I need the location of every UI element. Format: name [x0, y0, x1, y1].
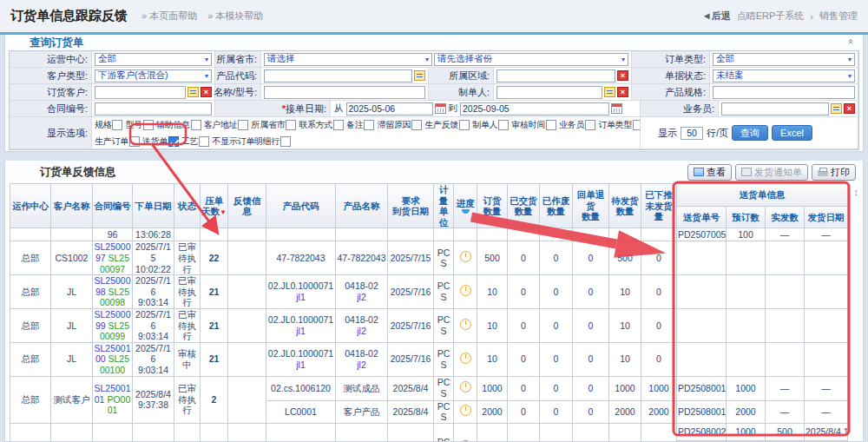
cell-contract: SL2500098 SL2500098: [93, 275, 133, 309]
display-option: 制单人: [472, 119, 509, 131]
progress-pending-icon: [460, 251, 471, 262]
calendar-icon[interactable]: [611, 103, 622, 114]
date-to-input[interactable]: 2025-09-05: [460, 102, 609, 115]
contract-no-input[interactable]: [95, 102, 212, 115]
checkbox[interactable]: [633, 120, 641, 130]
lookup-icon[interactable]: [604, 87, 615, 97]
product-spec-input[interactable]: [713, 86, 855, 99]
customer-type-select[interactable]: 下游客户(含混合)▾: [95, 69, 212, 82]
page-size-input[interactable]: 50: [681, 127, 703, 140]
maker-input[interactable]: [496, 86, 602, 99]
cell-req_date: [388, 228, 434, 241]
cell-center: 总部: [10, 275, 51, 309]
display-option: 订单类型: [598, 119, 641, 131]
checkbox[interactable]: [286, 120, 296, 130]
lookup-icon[interactable]: [187, 87, 199, 97]
checkbox[interactable]: [585, 120, 595, 130]
checkbox[interactable]: [238, 120, 248, 130]
cell-product_code: 02.JL0.1000071 jl1: [266, 308, 336, 342]
lookup-icon[interactable]: [831, 103, 842, 114]
打印-button[interactable]: 打印: [812, 164, 856, 181]
collapse-panel-icon[interactable]: »: [845, 39, 855, 44]
column-header-pushed_qty: 已下推未发货量: [641, 184, 677, 228]
column-header-press_days[interactable]: 压单天数▼: [201, 184, 228, 228]
column-header-feedback: 反馈信息: [228, 184, 266, 228]
toolbar-button-label: 打印: [831, 166, 850, 179]
checkbox[interactable]: [143, 120, 154, 130]
module-help-link[interactable]: » 本模块帮助: [207, 10, 263, 23]
checkbox[interactable]: [411, 120, 422, 130]
checkbox[interactable]: [280, 136, 291, 147]
发货通知单-button[interactable]: 发货通知单: [735, 164, 808, 181]
clear-icon[interactable]: ×: [201, 87, 212, 97]
resize-handle-icon[interactable]: ↕: [854, 187, 859, 197]
clear-icon[interactable]: ×: [844, 103, 855, 114]
cell-center: 总部: [10, 423, 51, 442]
cell-center: 总部: [10, 241, 51, 275]
checkbox[interactable]: [546, 120, 556, 130]
display-option: 生产订单: [95, 135, 140, 148]
progress-pending-icon: [460, 353, 471, 364]
cell-delivery_actual_qty: —: [766, 400, 805, 423]
back-link[interactable]: ◄后退: [702, 10, 731, 23]
cell-status: 部分送货: [174, 423, 201, 442]
checkbox[interactable]: [459, 120, 470, 130]
city-select[interactable]: 请先选择省份▾: [434, 53, 628, 66]
salesman-label: 业务员:: [641, 101, 719, 117]
checkbox[interactable]: [199, 136, 209, 147]
excel-button[interactable]: Excel: [772, 125, 812, 141]
checkbox[interactable]: [112, 120, 122, 130]
cell-feedback: [228, 228, 266, 241]
product-code-input[interactable]: [264, 69, 412, 82]
cell-void_qty: 0: [540, 308, 573, 342]
clear-icon[interactable]: ×: [617, 70, 628, 81]
cell-press_days: [201, 228, 228, 241]
date-from-input[interactable]: 2025-05-06: [346, 102, 433, 115]
cell-pushed_qty: 0: [641, 308, 677, 342]
cell-delivered_qty: 0: [508, 376, 540, 400]
cell-delivery_date: [805, 275, 848, 309]
checkbox[interactable]: [498, 120, 509, 130]
cell-void_qty: 0: [540, 376, 573, 400]
cell-pending_qty: 1000: [609, 376, 641, 400]
lookup-icon[interactable]: [414, 70, 425, 81]
checkbox[interactable]: [191, 120, 201, 130]
checkbox[interactable]: [333, 120, 344, 130]
region-input[interactable]: [496, 69, 615, 82]
salesman-input[interactable]: [721, 102, 829, 115]
cell-void_qty: 0: [540, 423, 573, 442]
cell-delivery_plan_qty: 100: [727, 228, 766, 241]
order-customer-input[interactable]: [95, 86, 186, 99]
doc-status-select[interactable]: 未结案▾: [713, 69, 855, 82]
checkbox[interactable]: [168, 136, 179, 147]
column-header-product_code: 产品代码: [266, 184, 336, 228]
display-option-label: 滞留原因: [377, 119, 411, 131]
name-model-input[interactable]: [264, 86, 425, 99]
page-help-link[interactable]: » 本页面帮助: [141, 10, 197, 23]
op-center-select[interactable]: 全部▾: [95, 53, 212, 66]
cell-product_name: 0418-02 jl2: [336, 342, 388, 376]
cell-progress: [454, 275, 477, 309]
checkbox[interactable]: [364, 120, 374, 130]
cell-void_qty: 0: [540, 241, 573, 275]
clear-icon[interactable]: ×: [617, 87, 628, 97]
cell-press_days: 22: [201, 241, 228, 275]
view-icon: [694, 168, 704, 176]
查看-button[interactable]: 查看: [687, 164, 732, 181]
cell-delivery_plan_qty: [727, 275, 766, 309]
calendar-icon[interactable]: [435, 103, 446, 114]
cell-progress: [454, 423, 477, 442]
cell-feedback: [228, 423, 266, 442]
order-type-select[interactable]: 全部▾: [713, 53, 855, 66]
chevron-down-icon: ▾: [848, 72, 852, 80]
cell-status: 已审待执行: [174, 376, 201, 423]
checkbox[interactable]: [129, 136, 140, 147]
cell-delivery_no: [677, 241, 727, 275]
province-select[interactable]: 请选择▾: [264, 53, 432, 66]
search-button[interactable]: 查询: [732, 125, 768, 141]
display-option-label: 不显示订单明细行: [212, 135, 279, 148]
province-label: 所属省市:: [215, 51, 261, 68]
cell-unit: PCS: [434, 342, 454, 376]
column-header-req_date: 要求到货日期: [388, 184, 434, 228]
cell-return_qty: 0: [573, 423, 609, 442]
